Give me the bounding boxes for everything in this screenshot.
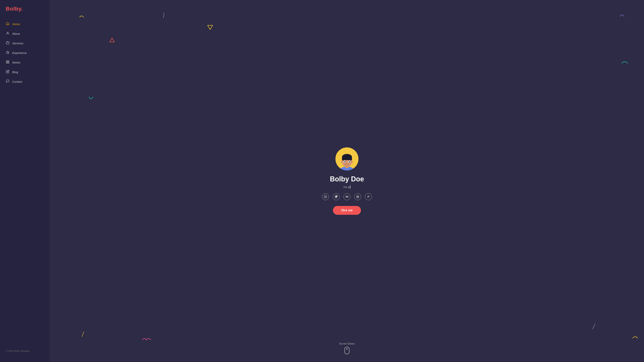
svg-rect-26: [324, 196, 326, 198]
sidebar-footer: © 2020 Bolby Template.: [0, 346, 50, 356]
behance-icon[interactable]: Bē: [344, 193, 350, 200]
svg-point-28: [326, 196, 326, 196]
twitter-icon[interactable]: [333, 193, 340, 200]
sidebar-item-experience[interactable]: Experience: [2, 48, 48, 57]
sidebar: Bolby. Home About: [0, 0, 50, 362]
hero-subtitle: I'm a: [344, 186, 350, 189]
social-icons: Bē P: [322, 193, 372, 200]
svg-marker-2: [6, 51, 9, 54]
svg-line-11: [82, 332, 84, 337]
subtitle-prefix: I'm a: [344, 186, 350, 189]
svg-point-25: [350, 163, 352, 164]
blog-label: Blog: [12, 70, 18, 74]
deco-line-yellow: [82, 331, 84, 337]
deco-arc-teal: [621, 60, 629, 64]
hero-name: Bolby Doe: [330, 175, 364, 183]
deco-arc-cyan: [88, 96, 94, 101]
svg-point-27: [325, 196, 326, 197]
svg-rect-16: [342, 157, 344, 160]
works-icon: [6, 60, 10, 64]
dribbble-icon[interactable]: [354, 193, 361, 200]
svg-marker-8: [208, 25, 212, 30]
sidebar-item-services[interactable]: Services: [2, 39, 48, 48]
deco-arc-pink: [142, 336, 152, 342]
hire-me-button[interactable]: Hire me: [333, 206, 361, 215]
deco-triangle-down: [207, 25, 213, 30]
about-icon: [6, 32, 10, 36]
contact-icon: [6, 80, 10, 84]
about-label: About: [12, 32, 20, 35]
copyright-text: © 2020 Bolby Template.: [6, 350, 30, 352]
svg-point-24: [342, 163, 344, 164]
sidebar-item-blog[interactable]: Blog: [2, 68, 48, 76]
svg-marker-9: [110, 38, 114, 42]
sidebar-item-contact[interactable]: Contact: [2, 77, 48, 86]
svg-rect-4: [8, 61, 9, 62]
home-icon: [6, 22, 10, 26]
sidebar-item-about[interactable]: About: [2, 29, 48, 38]
experience-icon: [6, 51, 10, 55]
logo-dot: .: [21, 6, 23, 12]
svg-rect-17: [350, 157, 352, 160]
logo-text: Bolby: [6, 6, 21, 12]
svg-point-22: [344, 161, 346, 162]
works-label: Works: [12, 61, 20, 64]
hero-section: Bolby Doe I'm a Bē: [322, 148, 372, 215]
avatar: [336, 148, 358, 170]
scroll-down-icon: [344, 347, 350, 354]
sidebar-item-home[interactable]: Home: [2, 20, 48, 28]
services-label: Services: [12, 42, 24, 45]
avatar-illustration: [336, 151, 358, 170]
svg-point-0: [7, 32, 8, 33]
blog-icon: [6, 70, 10, 74]
services-icon: [6, 41, 10, 45]
home-label: Home: [12, 22, 20, 26]
experience-label: Experience: [12, 51, 27, 54]
deco-arc-1: [79, 14, 84, 19]
scroll-dot: [346, 348, 347, 350]
deco-triangle-red: [110, 38, 115, 42]
svg-rect-3: [6, 61, 7, 62]
deco-line-1: [163, 12, 165, 18]
contact-label: Contact: [12, 80, 22, 83]
svg-rect-1: [6, 42, 9, 44]
logo: Bolby.: [0, 6, 50, 20]
typing-cursor: [350, 186, 350, 188]
deco-arc-bottom-right: [632, 335, 638, 339]
svg-point-23: [349, 161, 350, 162]
svg-line-7: [164, 12, 164, 18]
instagram-icon[interactable]: [322, 193, 329, 200]
deco-arc-2: [619, 12, 625, 18]
pinterest-icon[interactable]: P: [365, 193, 372, 200]
deco-line-2: [592, 324, 596, 329]
svg-rect-5: [8, 62, 9, 63]
scroll-down[interactable]: Scroll Down: [339, 342, 354, 354]
navigation: Home About Services: [0, 20, 50, 346]
sidebar-item-works[interactable]: Works: [2, 58, 48, 67]
scroll-down-label: Scroll Down: [339, 342, 354, 345]
svg-line-10: [592, 324, 595, 329]
main-content: Bolby Doe I'm a Bē: [50, 0, 644, 362]
svg-rect-6: [6, 62, 7, 63]
